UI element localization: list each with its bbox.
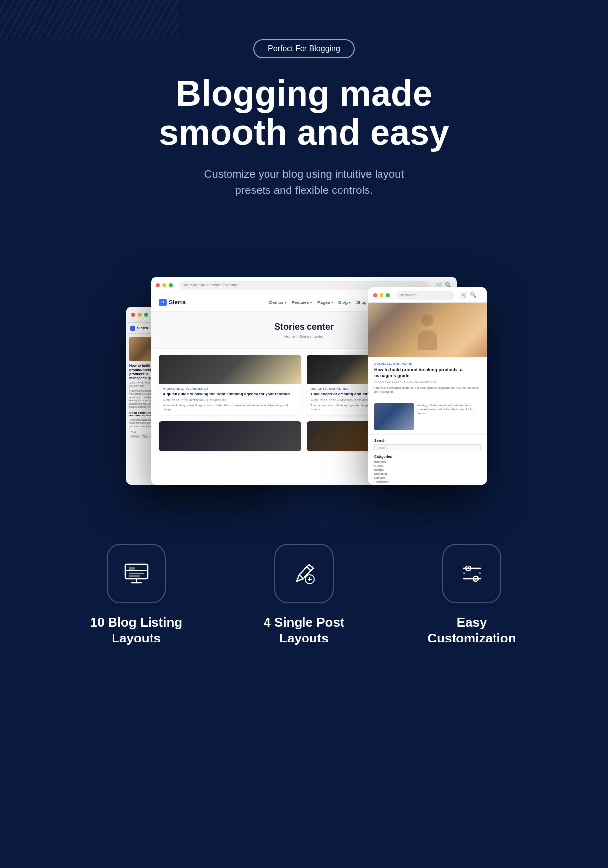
right-img-inner [368, 303, 487, 357]
dot-red-right [373, 293, 377, 297]
screenshots-section: sierra-theme.com/blog ⋮ Sierra HomeFeatu… [0, 228, 608, 485]
right-tag: BUSINESS, SOFTWARE [374, 362, 481, 365]
feature-label-text-1: 10 Blog ListingLayouts [90, 615, 182, 645]
sliders-icon [458, 560, 486, 587]
feature-label-text-3: EasyCustomization [427, 615, 516, 645]
monitor-icon [123, 560, 150, 587]
right-content-body: BUSINESS, SOFTWARE How to build ground-b… [368, 357, 487, 403]
svg-line-11 [299, 575, 303, 579]
svg-point-21 [463, 572, 465, 574]
dot-red-center [156, 283, 160, 287]
browser-bar-right: sierra.com 🛒🔍≡ [368, 287, 487, 303]
svg-rect-7 [129, 575, 140, 577]
features-section: 10 Blog ListingLayouts 4 Single PostLayo… [0, 524, 608, 675]
feature-customization: EasyCustomization [403, 544, 541, 645]
feature-label-text-2: 4 Single PostLayouts [264, 615, 344, 645]
feature-icon-box-2 [274, 544, 334, 603]
right-thumb-text: Working collaboratively with a team help… [417, 403, 481, 415]
browser-content-right: BUSINESS, SOFTWARE How to build ground-b… [368, 303, 487, 485]
main-title: Blogging made smooth and easy [131, 74, 477, 152]
right-desc: Putting the customer at the core of your… [374, 386, 481, 394]
blog-card-img-3 [159, 421, 301, 451]
feature-label-2: 4 Single PostLayouts [264, 615, 344, 645]
badge-pill: Perfect For Blogging [253, 39, 355, 58]
card-title-1: A quick guide to picking the right brand… [163, 392, 297, 397]
blog-card-3 [159, 421, 301, 451]
right-categories-list: Business Guides Insights Marketing Softw… [374, 460, 481, 483]
dot-green-center [169, 283, 173, 287]
dot-yellow [138, 313, 142, 317]
svg-line-10 [307, 567, 311, 571]
blog-card-img-1 [159, 355, 301, 384]
right-sidebar: Search Search ... Categories Business Gu… [368, 434, 487, 485]
feature-single-post: 4 Single PostLayouts [235, 544, 373, 645]
svg-point-22 [479, 572, 481, 574]
right-search-input: Search ... [374, 444, 481, 451]
brand-name-center: Sierra [169, 299, 186, 306]
right-meta: AUGUST 21, 2023 KEYDESIGN 3 COMMENTS [374, 380, 481, 383]
card-tag-1: MARKETING, TECHNOLOGY [163, 387, 297, 390]
svg-rect-1 [0, 0, 178, 39]
mockup-right: sierra.com 🛒🔍≡ BUSINESS, SOFT [368, 287, 487, 485]
right-search-title: Search [374, 439, 481, 442]
left-logo-icon [130, 326, 135, 331]
card-desc-1: When evaluating potential agencies, cons… [163, 403, 297, 412]
dot-red [131, 313, 135, 317]
right-featured-img [368, 303, 487, 357]
right-title: How to build ground-breaking products: a… [374, 367, 481, 378]
dot-green [144, 313, 148, 317]
subtitle: Customize your blog using intuitive layo… [190, 166, 418, 198]
dot-green-right [386, 293, 390, 297]
browser-nav-icons-right: 🛒🔍≡ [461, 292, 482, 298]
card-meta-1: AUGUST 21, 2023 KEYDESIGN 3 COMMENTS [163, 399, 297, 402]
svg-point-20 [475, 578, 477, 580]
blog-card-1: MARKETING, TECHNOLOGY A quick guide to p… [159, 355, 301, 415]
diagonal-decoration [0, 0, 178, 39]
feature-label-3: EasyCustomization [427, 615, 516, 645]
logo-icon-center: S [159, 299, 167, 306]
svg-rect-6 [129, 573, 144, 574]
svg-rect-5 [129, 567, 135, 570]
right-categories-title: Categories [374, 455, 481, 458]
right-thumb-img [374, 403, 414, 430]
dot-yellow-center [162, 283, 166, 287]
browser-url-right: sierra.com [396, 291, 455, 300]
dot-yellow-right [380, 293, 383, 297]
left-logo: Sierra [130, 326, 148, 331]
right-thumb-section: Working collaboratively with a team help… [368, 403, 487, 434]
right-categories-section: Categories Business Guides Insights Mark… [374, 455, 481, 483]
svg-point-2 [421, 314, 433, 326]
feature-blog-listing: 10 Blog ListingLayouts [67, 544, 205, 645]
feature-icon-box-3 [442, 544, 501, 603]
edit-icon [291, 560, 318, 587]
feature-icon-box-1 [107, 544, 166, 603]
blog-card-body-1: MARKETING, TECHNOLOGY A quick guide to p… [159, 384, 301, 415]
feature-label-1: 10 Blog ListingLayouts [90, 615, 182, 645]
site-logo-center: S Sierra [159, 299, 186, 306]
right-search-section: Search Search ... [374, 439, 481, 451]
svg-point-17 [467, 567, 469, 569]
person-svg [408, 310, 447, 350]
